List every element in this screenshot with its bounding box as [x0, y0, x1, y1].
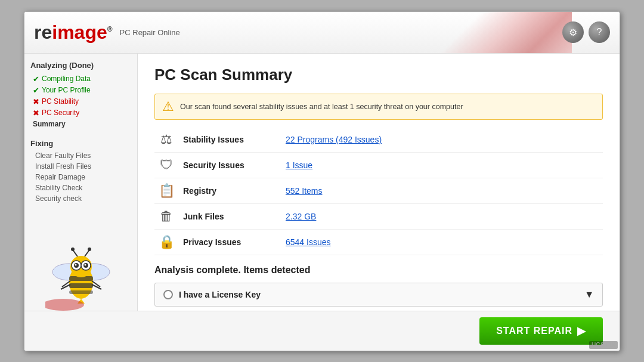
page-title: PC Scan Summary: [154, 66, 603, 84]
sidebar-label-summary: Summary: [33, 120, 66, 128]
sidebar-item-install-fresh-files[interactable]: Install Fresh Files: [33, 161, 131, 172]
license-text: I have a License Key: [179, 290, 578, 299]
x-icon-security: ✖: [33, 109, 39, 117]
app-body: Analyzing (Done) ✔ Compiling Data ✔ Your…: [24, 54, 620, 311]
issue-row-security: 🛡 Security Issues 1 Issue: [154, 153, 603, 178]
issues-table: ⚖ Stability Issues 22 Programs (492 Issu…: [154, 127, 603, 255]
settings-button[interactable]: ⚙: [562, 21, 584, 43]
license-radio[interactable]: [163, 290, 173, 299]
sidebar-item-your-pc-profile[interactable]: ✔ Your PC Profile: [30, 85, 131, 96]
stability-value[interactable]: 22 Programs (492 Issues): [286, 135, 382, 144]
registry-name: Registry: [183, 186, 278, 196]
svg-rect-5: [69, 290, 93, 294]
sidebar-label-pc-stability: PC Stability: [42, 97, 79, 106]
svg-point-12: [84, 264, 86, 265]
registry-icon: 📋: [157, 183, 176, 199]
privacy-value[interactable]: 6544 Issues: [286, 237, 331, 247]
warning-text: Our scan found several stability issues …: [180, 103, 463, 111]
svg-point-11: [75, 264, 76, 265]
sidebar-item-repair-damage[interactable]: Repair Damage: [33, 172, 131, 182]
logo: reimage®: [34, 21, 113, 44]
header-icons: ⚙ ?: [562, 21, 610, 43]
security-name: Security Issues: [183, 160, 278, 170]
sidebar-label-pc-security: PC Security: [42, 109, 79, 117]
sidebar-label-repair-damage: Repair Damage: [35, 173, 85, 181]
security-icon: 🛡: [157, 157, 176, 173]
sidebar-label-compiling-data: Compiling Data: [42, 75, 91, 83]
security-value[interactable]: 1 Issue: [286, 160, 312, 170]
logo-image: image: [52, 21, 107, 43]
sidebar-label-clear-faulty-files: Clear Faulty Files: [35, 151, 91, 160]
main-content: PC Scan Summary ⚠ Our scan found several…: [138, 54, 620, 311]
start-repair-button[interactable]: START REPAIR ▶: [479, 317, 603, 345]
warning-icon: ⚠: [162, 99, 174, 115]
x-icon-stability: ✖: [33, 97, 39, 106]
junk-name: Junk Files: [183, 212, 278, 221]
sidebar-item-pc-stability[interactable]: ✖ PC Stability: [30, 96, 131, 107]
check-icon-2: ✔: [33, 86, 39, 95]
start-repair-label: START REPAIR: [496, 326, 572, 336]
app-header: reimage® PC Repair Online ⚙ ?: [24, 12, 620, 54]
privacy-name: Privacy Issues: [183, 237, 278, 247]
logo-re: re: [34, 21, 52, 43]
junk-icon: 🗑: [157, 209, 176, 224]
app-window: reimage® PC Repair Online ⚙ ? Analyzing …: [24, 11, 620, 351]
logo-sub: PC Repair Online: [120, 28, 180, 37]
sidebar-label-security-check: Security check: [35, 194, 82, 203]
logo-area: reimage® PC Repair Online: [34, 21, 180, 44]
registry-value[interactable]: 552 Items: [286, 186, 322, 196]
watermark: UGS FIX: [589, 341, 618, 349]
start-repair-arrow-icon: ▶: [577, 324, 586, 338]
warning-bar: ⚠ Our scan found several stability issue…: [154, 94, 603, 120]
logo-reg: ®: [107, 25, 113, 33]
footer-bar: START REPAIR ▶: [24, 311, 620, 351]
sidebar-item-stability-check[interactable]: Stability Check: [33, 182, 131, 193]
sidebar-item-clear-faulty-files[interactable]: Clear Faulty Files: [33, 150, 131, 161]
issue-row-privacy: 🔒 Privacy Issues 6544 Issues: [154, 230, 603, 255]
license-bar: I have a License Key ▼: [154, 283, 603, 307]
sidebar-item-summary[interactable]: Summary: [30, 119, 131, 129]
bee-svg: [45, 239, 117, 311]
check-icon: ✔: [33, 75, 39, 83]
svg-point-17: [88, 247, 91, 251]
bee-illustration: [24, 227, 137, 311]
sidebar-item-pc-security[interactable]: ✖ PC Security: [30, 107, 131, 119]
issue-row-registry: 📋 Registry 552 Items: [154, 178, 603, 204]
issue-row-junk-files: 🗑 Junk Files 2.32 GB: [154, 204, 603, 230]
help-button[interactable]: ?: [589, 21, 610, 43]
svg-rect-4: [69, 283, 93, 288]
svg-point-23: [45, 299, 84, 311]
sidebar-label-stability-check: Stability Check: [35, 184, 82, 192]
analyzing-title: Analyzing (Done): [30, 61, 131, 70]
sidebar-item-security-check[interactable]: Security check: [33, 193, 131, 204]
stability-name: Stability Issues: [183, 135, 278, 144]
fixing-title: Fixing: [30, 139, 131, 148]
privacy-icon: 🔒: [157, 234, 176, 250]
sidebar-label-your-pc-profile: Your PC Profile: [42, 86, 91, 94]
issue-row-stability: ⚖ Stability Issues 22 Programs (492 Issu…: [154, 127, 603, 153]
stability-icon: ⚖: [157, 132, 176, 147]
sidebar-item-compiling-data[interactable]: ✔ Compiling Data: [30, 73, 131, 85]
analysis-complete-text: Analysis complete. Items detected: [154, 265, 603, 276]
sidebar-label-install-fresh-files: Install Fresh Files: [35, 162, 91, 171]
sidebar: Analyzing (Done) ✔ Compiling Data ✔ Your…: [24, 54, 138, 311]
license-dropdown-icon[interactable]: ▼: [584, 289, 594, 300]
junk-value[interactable]: 2.32 GB: [286, 212, 316, 221]
svg-point-15: [71, 247, 75, 251]
